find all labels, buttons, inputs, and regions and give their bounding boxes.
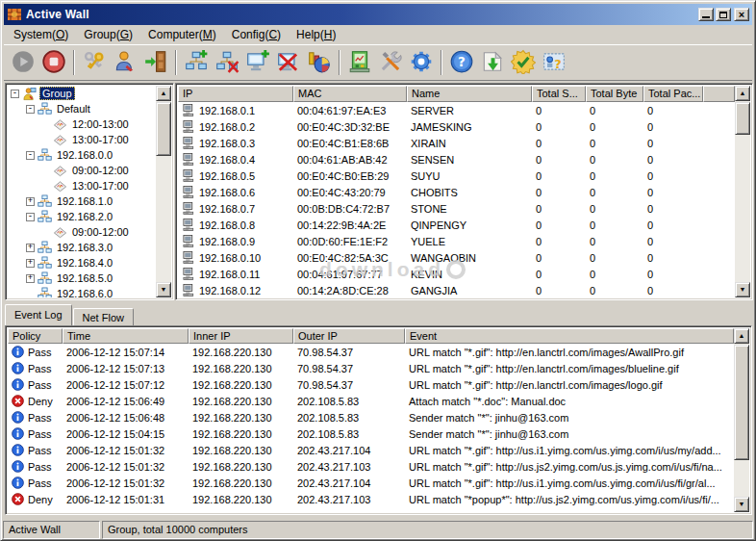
computer-row[interactable]: 192.168.0.600:E0:4C:43:20:79CHOBITS000 — [178, 184, 735, 200]
events-scrollbar-thumb[interactable] — [734, 345, 749, 460]
expand-plus-icon[interactable]: + — [26, 274, 35, 283]
collapse-minus-icon[interactable]: - — [11, 90, 19, 98]
column-header-outer-ip[interactable]: Outer IP — [293, 328, 405, 344]
event-row[interactable]: Pass2006-12-12 15:07:14192.168.220.13070… — [8, 344, 734, 360]
menu-computer[interactable]: Computer(M) — [140, 25, 224, 44]
computers-scrollbar-thumb[interactable] — [735, 102, 750, 135]
menu-group[interactable]: Group(G) — [76, 25, 140, 44]
computer-row[interactable]: 192.168.0.500:E0:4C:B0:EB:29SUYU000 — [178, 167, 735, 184]
keys-button[interactable] — [79, 47, 110, 78]
events-vertical-scrollbar[interactable]: ▲ ▼ — [734, 328, 749, 512]
cell-text: 2006-12-12 15:07:12 — [66, 379, 164, 391]
help-icon: ? — [449, 49, 474, 77]
add-computer-button[interactable] — [242, 47, 273, 78]
tree-item-default[interactable]: -Default — [8, 101, 156, 116]
computer-row[interactable]: 192.168.0.900:0D:60:FE:1E:F2YUELE000 — [178, 233, 735, 249]
minimize-button[interactable] — [698, 8, 714, 21]
user-button[interactable] — [110, 47, 140, 78]
scroll-up-icon[interactable]: ▲ — [156, 86, 171, 101]
delete-computer-button[interactable] — [273, 47, 304, 78]
tree-item-12-00-13-00[interactable]: 12:00-13:00 — [8, 116, 156, 132]
computer-row[interactable]: 192.168.0.700:0B:DB:C4:72:B7STONE000 — [178, 200, 735, 217]
column-header-inner-ip[interactable]: Inner IP — [189, 328, 293, 344]
stop-button[interactable] — [38, 47, 69, 78]
menu-system[interactable]: System(O) — [6, 25, 76, 44]
tree-vertical-scrollbar[interactable]: ▲ ▼ — [156, 86, 171, 297]
column-header-name[interactable]: Name — [407, 86, 532, 102]
tree-item-09-00-12-00[interactable]: 09:00-12:00 — [8, 224, 156, 240]
stats-button[interactable] — [304, 47, 335, 78]
scroll-up-icon[interactable]: ▲ — [735, 86, 750, 101]
scroll-up-icon[interactable]: ▲ — [734, 328, 749, 344]
column-header-policy[interactable]: Policy — [8, 328, 63, 344]
computer-row[interactable]: 192.168.0.100:04:61:97:EA:E3SERVER000 — [178, 102, 735, 118]
computers-vertical-scrollbar[interactable]: ▲ ▼ — [735, 86, 750, 297]
scroll-down-icon[interactable]: ▼ — [156, 282, 171, 297]
collapse-minus-icon[interactable]: - — [26, 213, 35, 221]
column-header-ip[interactable]: IP — [178, 86, 293, 102]
tree-item-192-168-4-0[interactable]: +192.168.4.0 — [8, 255, 156, 270]
event-row[interactable]: Pass2006-12-12 15:01:32192.168.220.13020… — [8, 442, 734, 458]
collapse-minus-icon[interactable]: - — [26, 151, 35, 160]
computer-row[interactable]: 192.168.0.1100:04:61:97:67:77KEVIN000 — [178, 266, 735, 282]
scroll-down-icon[interactable]: ▼ — [735, 282, 750, 297]
tab-event-log[interactable]: Event Log — [5, 304, 72, 325]
tree-item-192-168-2-0[interactable]: -192.168.2.0 — [8, 209, 156, 224]
computer-row[interactable]: 192.168.0.200:E0:4C:3D:32:BEJAMESKING000 — [178, 118, 735, 135]
expand-plus-icon[interactable]: + — [26, 259, 35, 268]
about-button[interactable]: ? — [539, 47, 569, 78]
deny-icon — [12, 493, 24, 505]
update-button[interactable] — [477, 47, 508, 78]
event-row[interactable]: Pass2006-12-12 15:07:12192.168.220.13070… — [8, 376, 734, 393]
event-row[interactable]: Deny2006-12-12 15:01:31192.168.220.13020… — [8, 491, 734, 507]
event-row[interactable]: Pass2006-12-12 15:01:32192.168.220.13020… — [8, 458, 734, 475]
menu-config[interactable]: Config(C) — [224, 25, 289, 44]
event-description-cell: URL match "*.gif": http://en.lanctrl.com… — [405, 379, 734, 391]
tree-item-13-00-17-00[interactable]: 13:00-17:00 — [8, 132, 156, 147]
tree-item-13-00-17-00[interactable]: 13:00-17:00 — [8, 178, 156, 193]
toolbar-separator — [441, 50, 442, 75]
start-button[interactable] — [8, 47, 38, 78]
collapse-minus-icon[interactable]: - — [26, 105, 35, 114]
computer-row[interactable]: 192.168.0.300:E0:4C:B1:E8:6BXIRAIN000 — [178, 135, 735, 151]
delete-group-button[interactable] — [212, 47, 242, 78]
tools-button[interactable] — [375, 47, 406, 78]
add-group-button[interactable] — [181, 47, 212, 78]
column-header-mac[interactable]: MAC — [293, 86, 407, 102]
tree-item-192-168-5-0[interactable]: +192.168.5.0 — [8, 270, 156, 286]
column-header-event[interactable]: Event — [405, 328, 734, 344]
computer-row[interactable]: 192.168.0.800:14:22:9B:4A:2EQINPENGY000 — [178, 217, 735, 233]
register-button[interactable] — [508, 47, 539, 78]
settings-button[interactable] — [406, 47, 437, 78]
tree-scrollbar-thumb[interactable] — [156, 102, 171, 156]
tree-item-192-168-6-0[interactable]: 192.168.6.0 — [8, 286, 156, 297]
column-header-total-pac-[interactable]: Total Pac... — [643, 86, 703, 102]
event-row[interactable]: Pass2006-12-12 15:01:32192.168.220.13020… — [8, 475, 734, 491]
tree-item-192-168-0-0[interactable]: -192.168.0.0 — [8, 147, 156, 163]
app-wall-icon — [7, 7, 22, 22]
event-row[interactable]: Pass2006-12-12 15:06:48192.168.220.13020… — [8, 409, 734, 425]
column-header-total-s-[interactable]: Total S... — [532, 86, 586, 102]
scroll-down-icon[interactable]: ▼ — [734, 497, 749, 512]
tree-item-09-00-12-00[interactable]: 09:00-12:00 — [8, 163, 156, 178]
expand-plus-icon[interactable]: + — [26, 197, 35, 206]
tree-item-192-168-1-0[interactable]: +192.168.1.0 — [8, 193, 156, 209]
computer-row[interactable]: 192.168.0.1000:E0:4C:82:5A:3CWANGAOBIN00… — [178, 249, 735, 266]
column-header-time[interactable]: Time — [63, 328, 189, 344]
computer-row[interactable]: 192.168.0.400:04:61:AB:AB:42SENSEN000 — [178, 151, 735, 167]
computer-row[interactable]: 192.168.0.1200:14:2A:8D:CE:28GANGJIA000 — [178, 282, 735, 297]
logout-button[interactable] — [140, 47, 171, 78]
tree-item-group[interactable]: -Group — [8, 86, 156, 101]
event-row[interactable]: Deny2006-12-12 15:06:49192.168.220.13020… — [8, 393, 734, 409]
help-button[interactable]: ? — [446, 47, 477, 78]
maximize-button[interactable] — [716, 8, 731, 21]
tab-net-flow[interactable]: Net Flow — [73, 308, 134, 325]
menu-help[interactable]: Help(H) — [289, 25, 343, 44]
event-row[interactable]: Pass2006-12-12 15:07:13192.168.220.13070… — [8, 360, 734, 376]
tree-item-192-168-3-0[interactable]: +192.168.3.0 — [8, 240, 156, 255]
monitor-button[interactable] — [344, 47, 375, 78]
event-row[interactable]: Pass2006-12-12 15:04:15192.168.220.13020… — [8, 425, 734, 442]
column-header-total-byte[interactable]: Total Byte — [586, 86, 643, 102]
close-button[interactable]: × — [734, 8, 749, 21]
expand-plus-icon[interactable]: + — [26, 244, 35, 252]
